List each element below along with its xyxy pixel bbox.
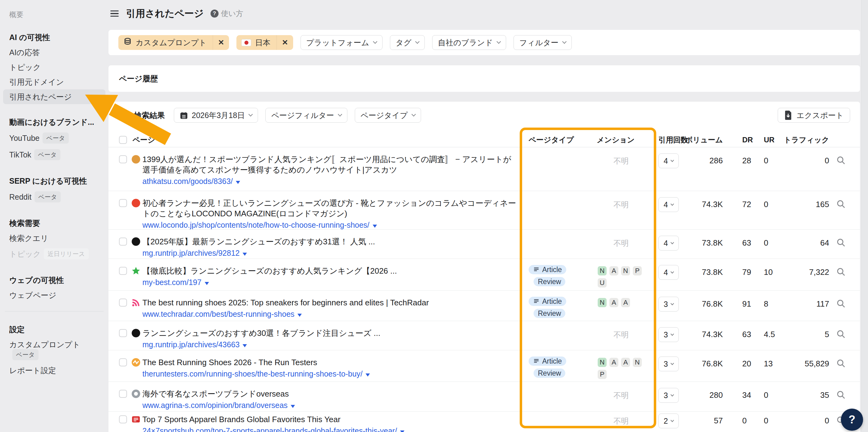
mention-chip: A xyxy=(621,298,630,307)
column-header-traffic[interactable]: トラフィック xyxy=(783,133,829,147)
export-button[interactable]: エクスポート xyxy=(778,108,850,123)
traffic-value: 0 xyxy=(783,156,829,165)
magnifier-icon[interactable] xyxy=(836,329,846,340)
row-checkbox[interactable] xyxy=(119,267,127,275)
magnifier-icon[interactable] xyxy=(836,267,846,278)
page-url-link[interactable]: theruntesters.com/running-shoes/the-best… xyxy=(143,368,370,379)
row-checkbox[interactable] xyxy=(119,199,127,207)
sidebar-item[interactable]: YouTubeベータ xyxy=(3,130,105,146)
site-favicon xyxy=(131,389,141,398)
citations-select[interactable]: 2 xyxy=(658,413,679,428)
select-all-checkbox[interactable] xyxy=(119,136,127,144)
tag-dropdown[interactable]: タグ xyxy=(390,35,425,50)
url-caret-icon[interactable] xyxy=(373,225,377,228)
page-url-link[interactable]: 24×7sportshub.com/top-7-sports-apparel-b… xyxy=(143,426,404,432)
magnifier-icon[interactable] xyxy=(836,199,846,210)
magnifier-icon[interactable] xyxy=(836,155,846,166)
ur-value: 0 xyxy=(764,238,768,248)
citations-select[interactable]: 4 xyxy=(658,265,679,280)
dr-value: 0 xyxy=(742,416,747,426)
column-header-ur[interactable]: UR xyxy=(764,133,775,147)
sidebar-item[interactable]: Redditベータ xyxy=(3,189,105,205)
page-url-link[interactable]: mg.runtrip.jp/archives/92812 xyxy=(143,248,247,258)
page-url-link[interactable]: mg.runtrip.jp/archives/43663 xyxy=(143,339,247,350)
page-filter-dropdown[interactable]: ページフィルター xyxy=(266,108,347,123)
citations-select[interactable]: 4 xyxy=(658,236,679,251)
url-caret-icon[interactable] xyxy=(243,253,247,256)
page-url-link[interactable]: www.locondo.jp/shop/contents/note/how-to… xyxy=(143,220,377,230)
floating-help-button[interactable]: ? xyxy=(841,408,863,431)
row-checkbox[interactable] xyxy=(119,329,127,337)
url-caret-icon[interactable] xyxy=(236,181,240,184)
citations-select[interactable]: 3 xyxy=(658,297,679,311)
url-caret-icon[interactable] xyxy=(366,373,370,376)
sidebar-item[interactable]: 引用元ドメイン xyxy=(3,74,105,89)
sidebar-item[interactable]: 検索クエリ xyxy=(3,231,105,245)
column-header-page-type[interactable]: ページタイプ xyxy=(529,133,574,147)
close-icon[interactable]: ✕ xyxy=(277,35,293,50)
sidebar-item[interactable]: レポート設定 xyxy=(3,363,105,378)
sidebar-item[interactable]: TikTokベータ xyxy=(3,146,105,163)
row-checkbox[interactable] xyxy=(119,416,127,423)
sidebar-item[interactable]: カスタムプロンプトベータ xyxy=(3,337,96,363)
citations-select[interactable]: 3 xyxy=(658,357,679,371)
column-header-mentions[interactable]: メンション xyxy=(597,133,635,147)
close-icon[interactable]: ✕ xyxy=(213,35,229,50)
sidebar-item-overview[interactable]: 概要 xyxy=(9,10,108,20)
url-caret-icon[interactable] xyxy=(243,344,247,347)
page-url-link[interactable]: www.techradar.com/best/best-running-shoe… xyxy=(143,309,302,319)
sidebar-item[interactable]: トピック近日リリース xyxy=(3,245,105,262)
magnifier-icon[interactable] xyxy=(836,238,846,249)
magnifier-icon[interactable] xyxy=(836,358,846,369)
row-checkbox[interactable] xyxy=(119,155,127,163)
page-history-panel[interactable]: ページ履歴 xyxy=(108,65,860,92)
table-header: ページ ページタイプ メンション 引用回数 ボリューム DR UR トラフィック xyxy=(108,133,860,147)
traffic-value: 55,829 xyxy=(783,359,829,368)
column-header-volume[interactable]: ボリューム xyxy=(680,133,723,147)
chevron-down-icon xyxy=(248,112,253,117)
magnifier-icon[interactable] xyxy=(836,390,846,401)
citations-select[interactable]: 4 xyxy=(658,197,679,212)
url-caret-icon[interactable] xyxy=(291,405,295,408)
dr-value: 28 xyxy=(742,156,751,165)
column-header-page[interactable]: ページ xyxy=(132,133,155,147)
help-link[interactable]: ? 使い方 xyxy=(211,9,244,19)
date-dropdown[interactable]: 2026年3月18日 xyxy=(174,108,258,123)
magnifier-icon[interactable] xyxy=(836,299,846,310)
filter-chip-custom-prompt[interactable]: カスタムプロンプト ✕ xyxy=(118,35,229,50)
url-caret-icon[interactable] xyxy=(298,314,302,317)
citations-select[interactable]: 4 xyxy=(658,154,679,168)
page-url-link[interactable]: my-best.com/197 xyxy=(143,277,209,288)
row-checkbox[interactable] xyxy=(119,299,127,307)
mention-unknown-label: 不明 xyxy=(613,416,629,426)
sidebar-item[interactable]: トピック xyxy=(3,60,105,74)
sidebar-item[interactable]: ウェブページ xyxy=(3,288,105,303)
site-favicon xyxy=(131,358,141,367)
scrollbar-track[interactable] xyxy=(861,0,868,432)
citations-select[interactable]: 3 xyxy=(658,388,679,403)
beta-badge: ベータ xyxy=(34,149,60,160)
own-brand-dropdown[interactable]: 自社のブランド xyxy=(432,35,506,50)
page-type-dropdown[interactable]: ページタイプ xyxy=(355,108,421,123)
results-card: 352 検索結果 2026年3月18日 ページフィルター ページタイプ xyxy=(108,102,860,432)
row-checkbox[interactable] xyxy=(119,358,127,366)
url-caret-icon[interactable] xyxy=(400,430,404,432)
platform-dropdown[interactable]: プラットフォーム xyxy=(301,35,382,50)
page-url-link[interactable]: www.agrina-s.com/opinion/brand/overseas xyxy=(143,400,295,410)
page-url-link[interactable]: athkatsu.com/goods/8363/ xyxy=(143,176,240,187)
filter-dropdown[interactable]: フィルター xyxy=(514,35,572,50)
filter-chip-country[interactable]: 日本 ✕ xyxy=(237,35,293,50)
page-type-cell: ArticleReview xyxy=(529,357,566,378)
sidebar-item[interactable]: 引用されたページ xyxy=(3,89,105,104)
page-title-text: ランニングシューズのおすすめ30選！各ブランド注目シューズ ... xyxy=(143,328,517,338)
row-checkbox[interactable] xyxy=(119,238,127,245)
mentions-cell: NAA xyxy=(598,298,645,307)
hamburger-menu-icon[interactable] xyxy=(110,9,119,19)
sidebar-section-title: 設定 xyxy=(0,322,108,337)
volume-value: 74.3K xyxy=(680,200,723,209)
citations-select[interactable]: 3 xyxy=(658,327,679,342)
sidebar-item[interactable]: AIの応答 xyxy=(3,45,105,60)
column-header-dr[interactable]: DR xyxy=(742,133,753,147)
row-checkbox[interactable] xyxy=(119,390,127,398)
url-caret-icon[interactable] xyxy=(205,282,209,285)
